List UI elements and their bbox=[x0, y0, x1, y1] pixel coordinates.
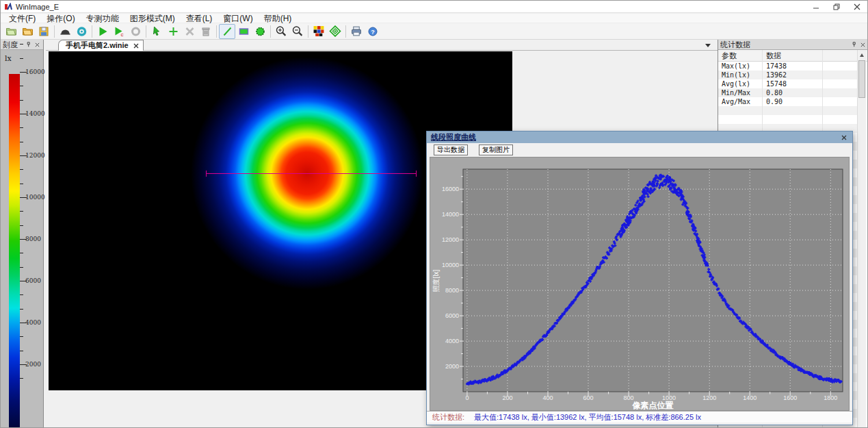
open-folder-icon[interactable] bbox=[19, 24, 36, 39]
curve-chart-svg: 0200400600800100012001400160018002000400… bbox=[430, 158, 850, 412]
curve-window-close-icon[interactable] bbox=[840, 134, 848, 142]
scale-tick bbox=[20, 336, 23, 337]
window-title: WinImage_E bbox=[16, 3, 59, 11]
close-button[interactable] bbox=[847, 1, 867, 13]
curve-window-titlebar[interactable]: 线段照度曲线 bbox=[427, 131, 852, 143]
stat-value: 17438 bbox=[762, 62, 822, 71]
table-row: Min/Max 0.80 bbox=[718, 88, 858, 97]
svg-text:?: ? bbox=[371, 28, 375, 35]
scale-tick bbox=[20, 211, 23, 212]
menu-graph-mode[interactable]: 图形模式(M) bbox=[124, 14, 181, 23]
trash-icon[interactable] bbox=[198, 24, 214, 39]
svg-text:8000: 8000 bbox=[445, 287, 459, 294]
palette-icon[interactable] bbox=[311, 24, 327, 39]
pin-icon[interactable] bbox=[850, 40, 858, 49]
svg-text:2000: 2000 bbox=[445, 363, 459, 370]
stat-value: 0.90 bbox=[762, 97, 822, 106]
scale-tick bbox=[20, 169, 23, 170]
curve-chart-area: 0200400600800100012001400160018002000400… bbox=[430, 157, 850, 411]
zoom-out-icon[interactable] bbox=[289, 24, 306, 39]
scale-tick-label: 14000 bbox=[25, 110, 45, 117]
menu-file[interactable]: 文件(F) bbox=[3, 14, 41, 23]
svg-text:4000: 4000 bbox=[445, 338, 459, 344]
menu-help[interactable]: 帮助(H) bbox=[259, 14, 298, 23]
svg-text:12000: 12000 bbox=[442, 236, 459, 243]
restore-button[interactable] bbox=[826, 1, 847, 13]
scale-tick bbox=[20, 309, 23, 310]
capture-icon[interactable] bbox=[57, 24, 73, 39]
stop-icon[interactable] bbox=[127, 24, 144, 39]
toolbar-separator bbox=[216, 25, 217, 38]
document-tab[interactable]: 手机手电筒2.winie bbox=[58, 40, 144, 51]
scale-tick bbox=[20, 127, 23, 128]
scale-tick bbox=[20, 225, 23, 226]
menu-window[interactable]: 窗口(W) bbox=[218, 14, 258, 23]
svg-text:16000: 16000 bbox=[442, 186, 459, 192]
menu-special-functions[interactable]: 专测功能 bbox=[81, 14, 124, 23]
scale-tick bbox=[20, 184, 23, 184]
toolbar-separator bbox=[270, 25, 271, 38]
toolbar: c ? bbox=[1, 23, 867, 40]
save-icon[interactable] bbox=[36, 24, 52, 39]
table-row: Min(lx) 13962 bbox=[718, 71, 858, 79]
titlebar: WinImage_E bbox=[1, 1, 867, 13]
print-icon[interactable] bbox=[348, 24, 365, 39]
scale-tick bbox=[20, 253, 23, 253]
scrollbar-thumb[interactable] bbox=[858, 60, 865, 98]
menu-operate[interactable]: 操作(O) bbox=[41, 14, 80, 23]
scale-tick-label: 4000 bbox=[25, 319, 41, 326]
svg-text:1400: 1400 bbox=[743, 394, 757, 401]
close-panel-icon[interactable] bbox=[858, 40, 867, 49]
pin-icon[interactable] bbox=[25, 40, 33, 49]
stat-param: Min/Max bbox=[718, 88, 762, 97]
play-icon[interactable] bbox=[94, 24, 111, 39]
stat-value: 13962 bbox=[762, 71, 822, 79]
table-row: Max(lx) 17438 bbox=[718, 62, 858, 71]
stats-scrollbar[interactable] bbox=[857, 50, 866, 428]
stats-panel-title: 统计数据 bbox=[720, 40, 850, 50]
svg-text:1200: 1200 bbox=[702, 394, 716, 401]
curve-window-statusbar: 统计数据: 最大值:17438 lx, 最小值:13962 lx, 平均值:15… bbox=[427, 411, 852, 423]
settings-icon[interactable] bbox=[73, 24, 90, 39]
stats-panel-header: 统计数据 bbox=[718, 40, 868, 50]
table-row: Avg/Max 0.90 bbox=[718, 97, 858, 106]
scale-tick bbox=[20, 378, 23, 379]
delete-icon[interactable] bbox=[181, 24, 198, 39]
scale-tick-label: 2000 bbox=[25, 361, 41, 368]
column-header-parameter: 参数 bbox=[718, 50, 762, 61]
tab-list-dropdown[interactable] bbox=[702, 42, 713, 49]
scale-tick-label: 12000 bbox=[25, 152, 45, 159]
measurement-line-start-handle[interactable] bbox=[206, 171, 207, 177]
target-icon[interactable] bbox=[327, 24, 343, 39]
line-tool-icon[interactable] bbox=[219, 24, 235, 39]
scale-tick bbox=[20, 58, 23, 59]
measurement-line-end-handle[interactable] bbox=[416, 171, 417, 177]
circle-tool-icon[interactable] bbox=[252, 24, 268, 39]
scale-tick bbox=[20, 86, 23, 86]
tab-close-icon[interactable] bbox=[133, 43, 139, 49]
stats-table-header: 参数 数据 bbox=[718, 50, 868, 62]
svg-text:1600: 1600 bbox=[783, 394, 797, 401]
window-controls bbox=[806, 1, 867, 13]
help-icon[interactable]: ? bbox=[365, 24, 381, 39]
svg-text:10000: 10000 bbox=[442, 262, 459, 268]
stat-param: Avg/Max bbox=[718, 97, 762, 106]
zoom-in-icon[interactable] bbox=[273, 24, 289, 39]
stat-param: Max(lx) bbox=[718, 62, 762, 71]
minimize-button[interactable] bbox=[806, 1, 826, 13]
rect-tool-icon[interactable] bbox=[235, 24, 252, 39]
select-cursor-icon[interactable] bbox=[148, 24, 165, 39]
play-continuous-icon[interactable]: c bbox=[111, 24, 127, 39]
open-file-icon[interactable] bbox=[3, 24, 19, 39]
scroll-up-icon[interactable] bbox=[858, 50, 866, 60]
close-panel-icon[interactable] bbox=[33, 40, 41, 49]
measurement-line[interactable] bbox=[206, 173, 417, 174]
export-data-button[interactable]: 导出数据 bbox=[434, 144, 468, 155]
add-point-icon[interactable] bbox=[165, 24, 181, 39]
scale-tick bbox=[20, 142, 23, 142]
scale-panel: 刻度 lx 1600014000120001000080006000400020… bbox=[1, 40, 44, 428]
table-row: Avg(lx) 15748 bbox=[718, 79, 858, 88]
menu-view[interactable]: 查看(L) bbox=[181, 14, 218, 23]
copy-image-button[interactable]: 复制图片 bbox=[479, 144, 513, 155]
svg-text:1800: 1800 bbox=[824, 394, 837, 401]
